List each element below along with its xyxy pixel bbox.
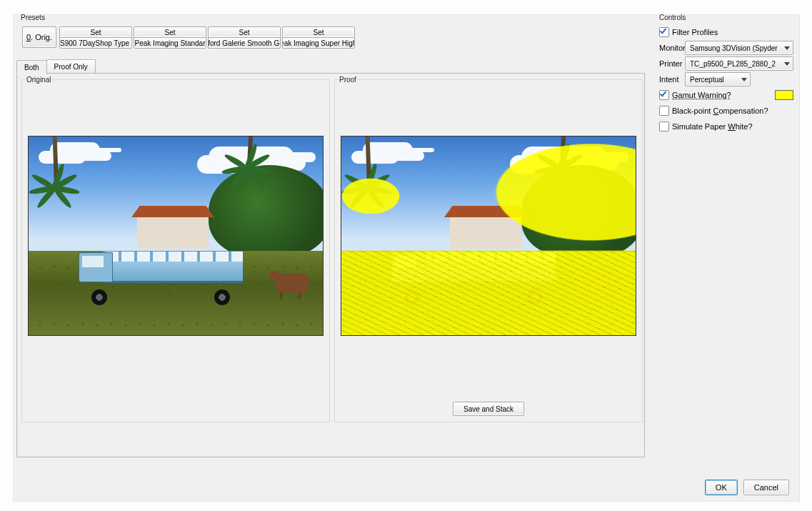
dialog-footer: OK Cancel — [705, 480, 789, 495]
presets-row: 0. Orig. Set 1. S900 7DayShop Type 41 Se… — [22, 26, 354, 49]
save-and-stack-button[interactable]: Save and Stack — [453, 402, 524, 416]
proof-title: Proof — [338, 76, 358, 84]
preset-slot-1: Set 1. S900 7DayShop Type 41 — [59, 26, 131, 49]
tab-proof-only[interactable]: Proof Only — [46, 59, 96, 73]
black-point-checkbox[interactable] — [659, 106, 669, 116]
preset-apply-button-3[interactable]: 3. Ilford Galerie Smooth Gloss — [208, 37, 281, 49]
controls-group: Controls Filter Profiles Monitor Samsung… — [659, 18, 793, 134]
original-preview[interactable] — [28, 136, 324, 336]
tab-page-both: Original — [16, 73, 645, 457]
proof-panel: Proof — [334, 79, 643, 422]
monitor-select[interactable]: Samsung 3DVision (Spyder — [685, 41, 793, 55]
preset-slot-3: Set 3. Ilford Galerie Smooth Gloss — [208, 26, 279, 49]
preset-set-button-3[interactable]: Set — [208, 26, 281, 38]
gamut-warning-overlay — [341, 137, 636, 335]
original-title: Original — [25, 76, 52, 84]
chevron-down-icon — [784, 62, 790, 66]
gamut-warning-label: Gamut Warning? — [672, 91, 731, 99]
preset-set-button-2[interactable]: Set — [134, 26, 206, 38]
controls-label: Controls — [658, 14, 687, 21]
soft-proof-dialog: Presets 0. Orig. Set 1. S900 7DayShop Ty… — [13, 14, 800, 502]
original-panel: Original — [21, 79, 330, 422]
preset-orig-button[interactable]: 0. Orig. — [22, 26, 56, 48]
preset-set-button-4[interactable]: Set — [282, 26, 355, 38]
cancel-button[interactable]: Cancel — [743, 480, 789, 495]
chevron-down-icon — [741, 78, 747, 81]
monitor-value: Samsung 3DVision (Spyder — [690, 44, 778, 52]
ok-button[interactable]: OK — [705, 480, 738, 495]
preset-orig-label: 0. Orig. — [26, 33, 52, 41]
simulate-paper-white-checkbox[interactable] — [659, 121, 669, 132]
printer-label: Printer — [659, 59, 685, 68]
tab-strip: Both Proof Only — [16, 59, 645, 74]
printer-value: TC_p9500_PL285_2880_2 — [690, 60, 776, 68]
preset-apply-button-4[interactable]: 4. Peak Imaging Super High Glo — [282, 37, 355, 49]
simulate-white-label: Simulate Paper White? — [672, 122, 753, 131]
filter-profiles-label: Filter Profiles — [672, 28, 718, 36]
preset-set-button-1[interactable]: Set — [59, 26, 132, 38]
preset-slot-2: Set 2. Peak Imaging Standard.. — [134, 26, 205, 49]
monitor-label: Monitor — [659, 44, 685, 52]
presets-group: Presets 0. Orig. Set 1. S900 7DayShop Ty… — [16, 18, 645, 52]
proof-preview[interactable] — [341, 136, 636, 336]
filter-profiles-checkbox[interactable] — [659, 27, 669, 37]
intent-value: Perceptual — [690, 76, 724, 84]
black-point-label: Black-point Compensation? — [672, 106, 768, 115]
intent-label: Intent — [659, 75, 685, 84]
preview-tabs: Both Proof Only Original — [16, 59, 645, 457]
intent-select[interactable]: Perceptual — [685, 72, 751, 86]
tab-both[interactable]: Both — [16, 60, 47, 74]
presets-label: Presets — [19, 14, 46, 21]
gamut-warning-color-swatch[interactable] — [775, 90, 793, 100]
preset-apply-button-2[interactable]: 2. Peak Imaging Standard.. — [134, 37, 206, 49]
gamut-warning-checkbox[interactable] — [659, 90, 669, 100]
preset-slot-4: Set 4. Peak Imaging Super High Glo — [282, 26, 354, 49]
printer-select[interactable]: TC_p9500_PL285_2880_2 — [685, 56, 793, 71]
preset-apply-button-1[interactable]: 1. S900 7DayShop Type 41 — [59, 37, 132, 49]
chevron-down-icon — [784, 46, 790, 50]
